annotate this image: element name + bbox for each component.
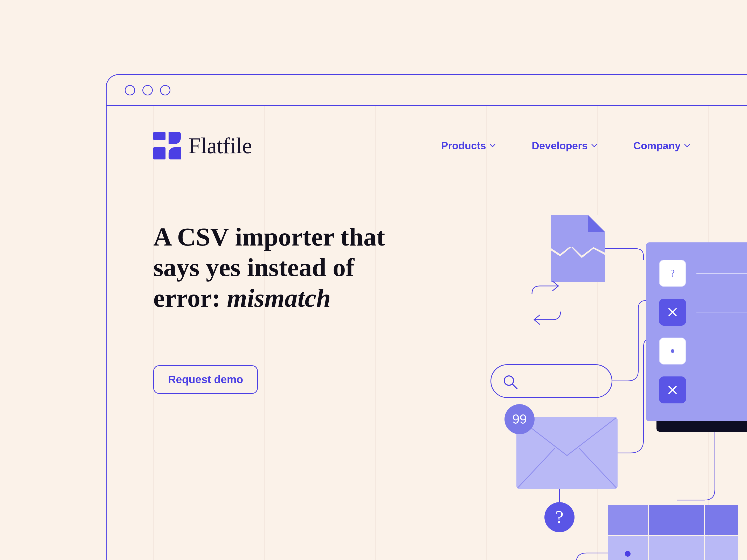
sync-arrows-icon — [527, 281, 566, 325]
hero-illustration: 99 ? ? — [452, 215, 747, 560]
dot-tile-icon — [659, 338, 686, 365]
panel-row — [659, 293, 747, 331]
nav-products[interactable]: Products — [441, 140, 495, 152]
svg-rect-0 — [153, 132, 165, 140]
search-field-illustration — [490, 364, 612, 398]
x-tile-icon — [659, 376, 686, 403]
svg-point-8 — [671, 349, 674, 353]
hero-headline: A CSV importer that says yes instead of … — [153, 222, 426, 314]
nav-company[interactable]: Company — [634, 140, 690, 152]
search-icon — [503, 374, 518, 390]
panel-row — [659, 331, 747, 371]
flatfile-logo-icon — [153, 132, 181, 159]
validation-panel: ? — [646, 242, 747, 421]
window-control-minimize[interactable] — [143, 85, 153, 96]
panel-row — [659, 371, 747, 409]
grid-node-icon — [624, 550, 632, 558]
chevron-down-icon — [490, 144, 495, 148]
panel-line — [696, 390, 747, 390]
panel-row: ? — [659, 254, 747, 293]
chevron-down-icon — [684, 144, 690, 148]
headline-line: error: — [153, 284, 227, 313]
data-grid-icon — [608, 505, 738, 560]
brand-name: Flatfile — [188, 133, 252, 159]
svg-text:?: ? — [670, 267, 675, 279]
headline-line: A CSV importer that — [153, 222, 385, 251]
broken-file-icon — [551, 215, 605, 282]
headline-line: says yes instead of — [153, 253, 354, 282]
chevron-down-icon — [591, 144, 597, 148]
nav-developers[interactable]: Developers — [532, 140, 597, 152]
svg-point-2 — [504, 376, 514, 385]
svg-rect-1 — [153, 147, 165, 159]
headline-italic: mismatch — [227, 284, 331, 313]
nav-item-label: Products — [441, 140, 486, 152]
brand[interactable]: Flatfile — [153, 132, 252, 159]
primary-nav: Products Developers Company — [441, 140, 690, 152]
window-control-zoom[interactable] — [160, 85, 171, 96]
panel-line — [696, 312, 747, 313]
notification-count-badge: 99 — [505, 404, 535, 434]
nav-item-label: Developers — [532, 140, 588, 152]
window-control-close[interactable] — [125, 85, 135, 96]
question-tile-icon: ? — [659, 260, 686, 287]
hero: A CSV importer that says yes instead of … — [153, 222, 426, 394]
browser-window: Flatfile Products Developers Company — [106, 74, 747, 560]
request-demo-button[interactable]: Request demo — [153, 365, 258, 394]
panel-line — [696, 351, 747, 351]
nav-item-label: Company — [634, 140, 680, 152]
x-tile-icon — [659, 299, 686, 326]
svg-line-3 — [513, 384, 517, 389]
question-mark-icon: ? — [544, 502, 574, 532]
panel-line — [696, 273, 747, 273]
window-titlebar — [107, 75, 747, 106]
